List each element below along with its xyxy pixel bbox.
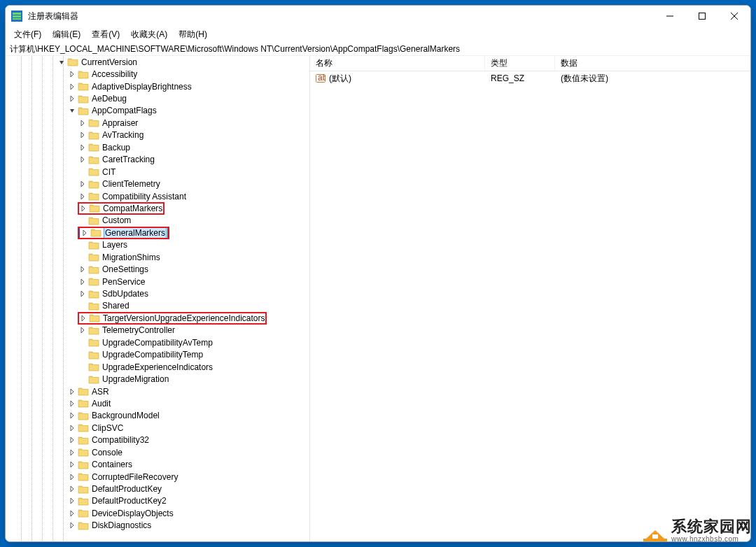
titlebar[interactable]: 注册表编辑器 [6,6,750,27]
tree-label[interactable]: UpgradeCompatibilityAvTemp [102,338,213,348]
caret-right-icon[interactable] [79,291,86,297]
tree-item[interactable]: CorruptedFileRecovery [6,471,309,483]
tree-label[interactable]: DeviceDisplayObjects [92,509,174,518]
caret-down-icon[interactable] [69,108,76,113]
caret-right-icon[interactable] [80,315,87,321]
caret-right-icon[interactable] [79,267,86,272]
tree-item[interactable]: CaretTracking [6,154,309,166]
tree-label[interactable]: Audit [92,399,111,409]
tree-item[interactable]: ·UpgradeCompatibilityTemp [6,349,309,361]
tree-label[interactable]: Custom [102,215,131,225]
value-list[interactable]: 名称 类型 数据 ab(默认)REG_SZ(数值未设置) [310,56,750,541]
close-button[interactable] [718,6,750,27]
tree-item[interactable]: DefaultProductKey2 [6,495,309,507]
tree-label[interactable]: CorruptedFileRecovery [92,472,178,482]
minimize-button[interactable] [654,6,686,27]
tree-label[interactable]: Layers [102,240,127,250]
tree-label[interactable]: Compatibility Assistant [102,192,186,201]
tree-label[interactable]: OneSettings [102,264,148,274]
tree-item[interactable]: ·Layers [6,239,309,251]
caret-right-icon[interactable] [80,206,87,211]
maximize-button[interactable] [686,6,718,27]
caret-right-icon[interactable] [69,462,76,467]
tree-item[interactable]: ClientTelemetry [6,178,309,190]
tree-item[interactable]: ·Custom [6,215,309,227]
tree-item[interactable]: CurrentVersion [6,56,309,68]
tree-label[interactable]: PenService [102,277,145,287]
caret-right-icon[interactable] [69,474,76,480]
tree-view[interactable]: CurrentVersionAccessibilityAdaptiveDispl… [6,56,310,541]
tree-label[interactable]: BackgroundModel [92,411,160,420]
caret-right-icon[interactable] [69,401,76,406]
caret-right-icon[interactable] [79,327,86,333]
tree-item[interactable]: DeviceDisplayObjects [6,507,309,519]
tree-label[interactable]: Accessibility [92,69,137,79]
col-type[interactable]: 类型 [485,56,555,71]
caret-down-icon[interactable] [58,59,65,65]
col-data[interactable]: 数据 [555,56,750,71]
tree-label[interactable]: Containers [92,460,132,469]
tree-label[interactable]: Compatibility32 [92,435,149,445]
tree-item[interactable]: PenService [6,276,309,287]
tree-item[interactable]: AdaptiveDisplayBrightness [6,80,309,92]
tree-label[interactable]: Console [92,448,122,457]
tree-label[interactable]: Backup [102,143,130,152]
tree-label[interactable]: AeDebug [92,94,127,104]
menu-edit[interactable]: 编辑(E) [47,27,86,42]
caret-right-icon[interactable] [69,523,76,528]
caret-right-icon[interactable] [79,194,86,199]
tree-label[interactable]: ClipSVC [92,423,123,433]
tree-label[interactable]: MigrationShims [102,253,160,262]
tree-item[interactable]: ASR [6,385,309,397]
tree-label[interactable]: AdaptiveDisplayBrightness [92,82,192,92]
tree-item[interactable]: AeDebug [6,92,309,104]
caret-right-icon[interactable] [69,425,76,431]
tree-item[interactable]: ·UpgradeCompatibilityAvTemp [6,336,309,348]
tree-item[interactable]: AvTracking [6,129,309,141]
caret-right-icon[interactable] [69,71,76,77]
tree-item[interactable]: Appraiser [6,117,309,129]
tree-label[interactable]: DefaultProductKey [92,484,162,494]
tree-item[interactable]: Compatibility32 [6,434,309,446]
caret-right-icon[interactable] [69,413,76,418]
tree-item[interactable]: ·Shared [6,300,309,312]
tree-item[interactable]: OneSettings [6,263,309,275]
tree-label[interactable]: CompatMarkers [103,204,162,213]
caret-right-icon[interactable] [79,145,86,150]
caret-right-icon[interactable] [69,511,76,516]
tree-item[interactable]: DefaultProductKey [6,483,309,495]
tree-label[interactable]: CaretTracking [102,155,155,164]
caret-right-icon[interactable] [81,230,88,236]
tree-item[interactable]: TargetVersionUpgradeExperienceIndicators [6,312,309,324]
menu-file[interactable]: 文件(F) [8,27,47,42]
tree-label[interactable]: CIT [102,167,115,177]
tree-label[interactable]: SdbUpdates [102,289,148,299]
tree-item[interactable]: ·UpgradeExperienceIndicators [6,361,309,373]
tree-label[interactable]: TargetVersionUpgradeExperienceIndicators [103,313,265,323]
caret-right-icon[interactable] [69,96,76,101]
tree-item[interactable]: Compatibility Assistant [6,190,309,202]
tree-item[interactable]: ·MigrationShims [6,251,309,263]
caret-right-icon[interactable] [79,279,86,285]
tree-label[interactable]: ASR [92,387,109,397]
tree-item[interactable]: Console [6,446,309,458]
tree-item[interactable]: Audit [6,397,309,409]
caret-right-icon[interactable] [79,132,86,138]
tree-label[interactable]: UpgradeCompatibilityTemp [102,350,203,360]
tree-label[interactable]: UpgradeMigration [102,374,169,384]
tree-label[interactable]: CurrentVersion [81,57,137,67]
tree-item[interactable]: GeneralMarkers [6,227,309,239]
menu-favorites[interactable]: 收藏夹(A) [125,27,173,42]
tree-label[interactable]: GeneralMarkers [104,228,166,238]
tree-item[interactable]: ClipSVC [6,422,309,434]
address-bar[interactable]: 计算机\HKEY_LOCAL_MACHINE\SOFTWARE\Microsof… [6,42,750,56]
tree-item[interactable]: SdbUpdates [6,287,309,299]
tree-item[interactable]: Accessibility [6,68,309,80]
tree-label[interactable]: Shared [102,301,130,311]
tree-label[interactable]: UpgradeExperienceIndicators [102,362,213,372]
caret-right-icon[interactable] [69,450,76,455]
tree-item[interactable]: AppCompatFlags [6,105,309,117]
menu-help[interactable]: 帮助(H) [173,27,213,42]
tree-label[interactable]: ClientTelemetry [102,179,160,189]
tree-label[interactable]: AppCompatFlags [92,106,157,115]
